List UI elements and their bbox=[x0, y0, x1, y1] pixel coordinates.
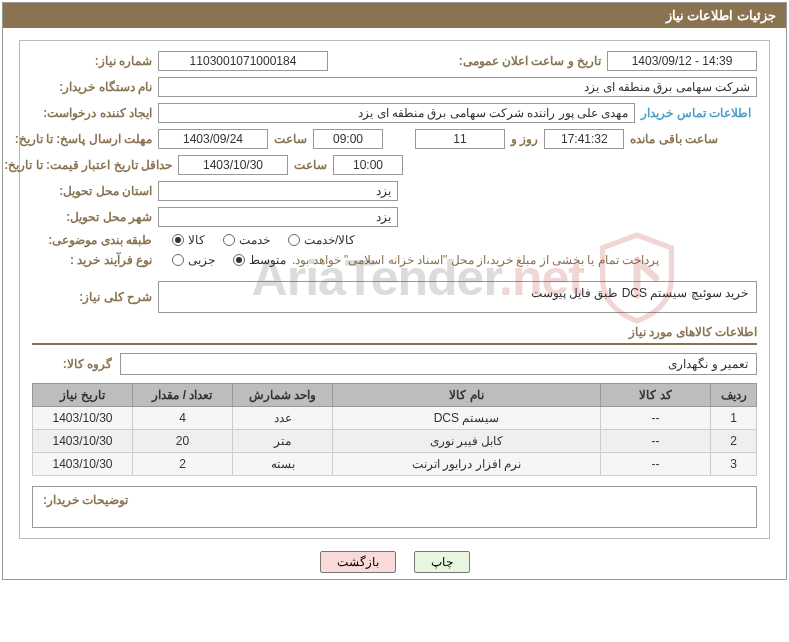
deadline-days-label: روز و bbox=[511, 132, 538, 146]
group-label: گروه کالا: bbox=[32, 357, 112, 371]
validity-time: 10:00 bbox=[333, 155, 403, 175]
cell-qty: 20 bbox=[133, 430, 233, 453]
need-number-label: شماره نیاز: bbox=[32, 54, 152, 68]
cell-unit: بسته bbox=[233, 453, 333, 476]
table-row: 3--نرم افزار درایور اترنتبسته21403/10/30 bbox=[33, 453, 757, 476]
announce-value: 14:39 - 1403/09/12 bbox=[607, 51, 757, 71]
print-button[interactable]: چاپ bbox=[414, 551, 470, 573]
items-table: ردیف کد کالا نام کالا واحد شمارش تعداد /… bbox=[32, 383, 757, 476]
details-panel: شماره نیاز: 1103001071000184 تاریخ و ساع… bbox=[19, 40, 770, 539]
category-option-both[interactable]: کالا/خدمت bbox=[288, 233, 355, 247]
cell-date: 1403/10/30 bbox=[33, 453, 133, 476]
th-qty: تعداد / مقدار bbox=[133, 384, 233, 407]
radio-icon bbox=[223, 234, 235, 246]
table-row: 2--کابل فیبر نوریمتر201403/10/30 bbox=[33, 430, 757, 453]
th-name: نام کالا bbox=[333, 384, 601, 407]
cell-qty: 2 bbox=[133, 453, 233, 476]
buyer-notes-box: توضیحات خریدار: bbox=[32, 486, 757, 528]
buyer-org-label: نام دستگاه خریدار: bbox=[32, 80, 152, 94]
buyer-org-value: شرکت سهامی برق منطقه ای یزد bbox=[158, 77, 757, 97]
cell-name: کابل فیبر نوری bbox=[333, 430, 601, 453]
announce-label: تاریخ و ساعت اعلان عمومی: bbox=[459, 54, 601, 68]
button-row: چاپ بازگشت bbox=[19, 551, 770, 573]
deadline-time-label: ساعت bbox=[274, 132, 307, 146]
goods-info-title: اطلاعات کالاهای مورد نیاز bbox=[32, 325, 757, 345]
process-options: جزیی متوسط bbox=[158, 253, 286, 267]
cell-idx: 1 bbox=[711, 407, 757, 430]
process-option-minor[interactable]: جزیی bbox=[172, 253, 215, 267]
requester-label: ایجاد کننده درخواست: bbox=[32, 106, 152, 120]
cell-code: -- bbox=[601, 453, 711, 476]
province-value: یزد bbox=[158, 181, 398, 201]
deadline-remain-label: ساعت باقی مانده bbox=[630, 132, 718, 146]
cell-name: سیستم DCS bbox=[333, 407, 601, 430]
validity-date: 1403/10/30 bbox=[178, 155, 288, 175]
radio-icon bbox=[233, 254, 245, 266]
deadline-date: 1403/09/24 bbox=[158, 129, 268, 149]
general-desc-value: خرید سوئیچ سیستم DCS طبق فایل پیوست bbox=[158, 281, 757, 313]
deadline-days: 11 bbox=[415, 129, 505, 149]
need-number-value: 1103001071000184 bbox=[158, 51, 328, 71]
th-unit: واحد شمارش bbox=[233, 384, 333, 407]
deadline-time: 09:00 bbox=[313, 129, 383, 149]
category-options: کالا خدمت کالا/خدمت bbox=[158, 233, 355, 247]
panel-title: جزئیات اطلاعات نیاز bbox=[3, 3, 786, 28]
category-option-goods[interactable]: کالا bbox=[172, 233, 205, 247]
general-desc-label: شرح کلی نیاز: bbox=[32, 290, 152, 304]
province-label: استان محل تحویل: bbox=[32, 184, 152, 198]
th-idx: ردیف bbox=[711, 384, 757, 407]
cell-idx: 2 bbox=[711, 430, 757, 453]
back-button[interactable]: بازگشت bbox=[320, 551, 396, 573]
city-value: یزد bbox=[158, 207, 398, 227]
cell-name: نرم افزار درایور اترنت bbox=[333, 453, 601, 476]
cell-code: -- bbox=[601, 430, 711, 453]
cell-code: -- bbox=[601, 407, 711, 430]
th-code: کد کالا bbox=[601, 384, 711, 407]
process-note: پرداخت تمام یا بخشی از مبلغ خرید،از محل … bbox=[292, 253, 659, 267]
th-date: تاریخ نیاز bbox=[33, 384, 133, 407]
process-label: نوع فرآیند خرید : bbox=[32, 253, 152, 267]
buyer-notes-label: توضیحات خریدار: bbox=[43, 493, 128, 507]
cell-idx: 3 bbox=[711, 453, 757, 476]
validity-label: حداقل تاریخ اعتبار قیمت: تا تاریخ: bbox=[32, 158, 172, 172]
city-label: شهر محل تحویل: bbox=[32, 210, 152, 224]
deadline-label: مهلت ارسال پاسخ: تا تاریخ: bbox=[32, 132, 152, 146]
contact-buyer-link[interactable]: اطلاعات تماس خریدار bbox=[641, 106, 751, 120]
deadline-countdown: 17:41:32 bbox=[544, 129, 624, 149]
category-label: طبقه بندی موضوعی: bbox=[32, 233, 152, 247]
group-value: تعمیر و نگهداری bbox=[120, 353, 757, 375]
main-panel: جزئیات اطلاعات نیاز شماره نیاز: 11030010… bbox=[2, 2, 787, 580]
category-option-service[interactable]: خدمت bbox=[223, 233, 270, 247]
cell-unit: عدد bbox=[233, 407, 333, 430]
cell-unit: متر bbox=[233, 430, 333, 453]
radio-icon bbox=[172, 254, 184, 266]
table-row: 1--سیستم DCSعدد41403/10/30 bbox=[33, 407, 757, 430]
cell-qty: 4 bbox=[133, 407, 233, 430]
cell-date: 1403/10/30 bbox=[33, 430, 133, 453]
validity-time-label: ساعت bbox=[294, 158, 327, 172]
process-option-medium[interactable]: متوسط bbox=[233, 253, 286, 267]
requester-value: مهدی علی پور راننده شرکت سهامی برق منطقه… bbox=[158, 103, 635, 123]
cell-date: 1403/10/30 bbox=[33, 407, 133, 430]
radio-icon bbox=[172, 234, 184, 246]
radio-icon bbox=[288, 234, 300, 246]
